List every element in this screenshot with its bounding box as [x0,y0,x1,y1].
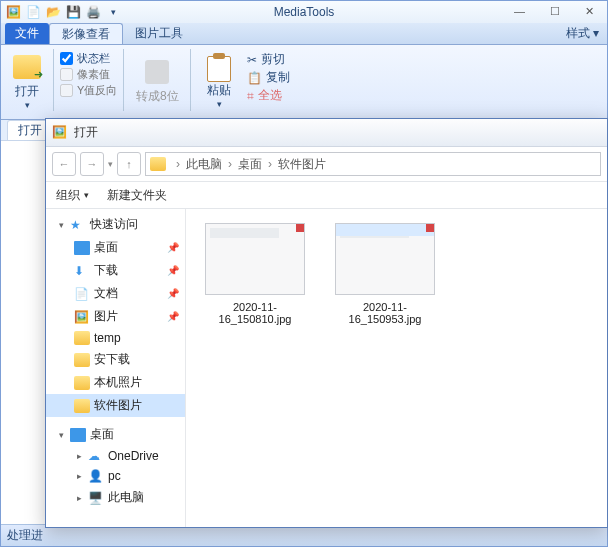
tree-label: OneDrive [108,449,159,463]
tree-anxiazai[interactable]: 安下载 [46,348,185,371]
paste-button[interactable]: 粘贴 ▾ [197,49,241,115]
cut-button[interactable]: ✂剪切 [247,51,290,68]
tree-label: 下载 [94,262,118,279]
tab-image-tools[interactable]: 图片工具 [123,23,195,44]
dialog-body: ▾ ★ 快速访问 桌面📌 ⬇下载📌 📄文档📌 🖼️图片📌 temp 安下载 本机… [46,209,607,527]
nav-tree: ▾ ★ 快速访问 桌面📌 ⬇下载📌 📄文档📌 🖼️图片📌 temp 安下载 本机… [46,209,186,527]
checkbox-statusbar[interactable] [60,52,73,65]
organize-label: 组织 [56,187,80,204]
nav-up-button[interactable]: ↑ [117,152,141,176]
crumb-desktop[interactable]: 桌面 [238,156,262,173]
file-item[interactable]: 2020-11-16_150810.jpg [200,223,310,325]
twisty-closed-icon[interactable]: ▸ [74,471,84,481]
tree-label: pc [108,469,121,483]
tree-pictures[interactable]: 🖼️图片📌 [46,305,185,328]
view-checks: 状态栏 像素值 Y值反向 [60,49,117,98]
qat-save-icon[interactable]: 💾 [65,4,81,20]
picture-icon: 🖼️ [74,310,90,324]
to8bit-label: 转成8位 [136,88,179,105]
twisty-closed-icon[interactable]: ▸ [74,451,84,461]
checkbox-yinv[interactable] [60,84,73,97]
crumb-folder[interactable]: 软件图片 [278,156,326,173]
star-icon: ★ [70,218,86,232]
file-tab[interactable]: 文件 [5,23,49,44]
twisty-open-icon[interactable]: ▾ [56,220,66,230]
tree-label: 快速访问 [90,216,138,233]
file-item[interactable]: 2020-11-16_150953.jpg [330,223,440,325]
dialog-nav: ← → ▾ ↑ › 此电脑 › 桌面 › 软件图片 [46,147,607,181]
file-name: 2020-11-16_150953.jpg [330,301,440,325]
paste-label: 粘贴 [207,82,231,99]
crumb-thispc[interactable]: 此电脑 [186,156,222,173]
nav-forward-button[interactable]: → [80,152,104,176]
titlebar: 🖼️ 📄 📂 💾 🖨️ ▾ MediaTools — ☐ ✕ [1,1,607,23]
tree-documents[interactable]: 📄文档📌 [46,282,185,305]
chevron-down-icon: ▾ [84,190,89,200]
tree-onedrive[interactable]: ▸☁OneDrive [46,446,185,466]
thumbnail-icon [205,223,305,295]
folder-icon [74,353,90,367]
tree-thispc[interactable]: ▸🖥️此电脑 [46,486,185,509]
copy-label: 复制 [266,69,290,86]
check-statusbar[interactable]: 状态栏 [60,51,117,66]
user-icon: 👤 [88,469,104,483]
breadcrumb[interactable]: › 此电脑 › 桌面 › 软件图片 [145,152,601,176]
tree-label: 桌面 [94,239,118,256]
copy-button[interactable]: 📋复制 [247,69,290,86]
style-menu[interactable]: 样式 ▾ [566,25,599,42]
check-pixel-label: 像素值 [77,67,110,82]
tree-desktop-root[interactable]: ▾ 桌面 [46,423,185,446]
twisty-open-icon[interactable]: ▾ [56,430,66,440]
open-button[interactable]: 打开 ▾ [7,49,47,115]
dialog-title: 打开 [74,124,98,141]
qat-open-icon[interactable]: 📂 [45,4,61,20]
tab-image-view[interactable]: 影像查看 [49,23,123,44]
clipboard-small-buttons: ✂剪切 📋复制 ⌗全选 [247,49,290,104]
qat-new-icon[interactable]: 📄 [25,4,41,20]
tree-label: 本机照片 [94,374,142,391]
chevron-down-icon[interactable]: ▾ [108,159,113,169]
monitor-icon: 🖥️ [88,491,104,505]
tree-label: 文档 [94,285,118,302]
qat-dropdown-icon[interactable]: ▾ [105,4,121,20]
pin-icon: 📌 [167,288,179,299]
pin-icon: 📌 [167,242,179,253]
tree-quick-access[interactable]: ▾ ★ 快速访问 [46,213,185,236]
minimize-button[interactable]: — [502,1,537,21]
chevron-down-icon: ▾ [25,100,30,110]
nav-back-button[interactable]: ← [52,152,76,176]
ribbon-separator [53,49,54,111]
checkbox-pixel[interactable] [60,68,73,81]
folder-icon [150,157,166,171]
file-list: 2020-11-16_150810.jpg 2020-11-16_150953.… [186,209,607,527]
check-pixel[interactable]: 像素值 [60,67,117,82]
qat-print-icon[interactable]: 🖨️ [85,4,101,20]
tree-label: 软件图片 [94,397,142,414]
tree-softwarepics[interactable]: 软件图片 [46,394,185,417]
check-yinv[interactable]: Y值反向 [60,83,117,98]
thumbnail-icon [335,223,435,295]
breadcrumb-sep: › [268,157,272,171]
organize-menu[interactable]: 组织▾ [56,187,89,204]
to8bit-button[interactable]: 转成8位 [130,49,184,115]
folder-icon [74,399,90,413]
close-button[interactable]: ✕ [572,1,607,21]
image-icon: 🖼️ [52,125,68,141]
new-folder-button[interactable]: 新建文件夹 [107,187,167,204]
breadcrumb-sep: › [228,157,232,171]
twisty-closed-icon[interactable]: ▸ [74,493,84,503]
tree-temp[interactable]: temp [46,328,185,348]
maximize-button[interactable]: ☐ [537,1,572,21]
quick-access-toolbar: 🖼️ 📄 📂 💾 🖨️ ▾ [1,4,125,20]
ribbon: 打开 ▾ 状态栏 像素值 Y值反向 转成8位 粘贴 ▾ ✂剪切 📋复制 ⌗全选 [1,45,607,120]
tree-label: 安下载 [94,351,130,368]
app-title: MediaTools [274,5,335,19]
tree-localphotos[interactable]: 本机照片 [46,371,185,394]
tree-downloads[interactable]: ⬇下载📌 [46,259,185,282]
selectall-button[interactable]: ⌗全选 [247,87,290,104]
check-yinv-label: Y值反向 [77,83,117,98]
file-name: 2020-11-16_150810.jpg [200,301,310,325]
chevron-down-icon: ▾ [217,99,222,109]
tree-pc[interactable]: ▸👤pc [46,466,185,486]
tree-desktop[interactable]: 桌面📌 [46,236,185,259]
